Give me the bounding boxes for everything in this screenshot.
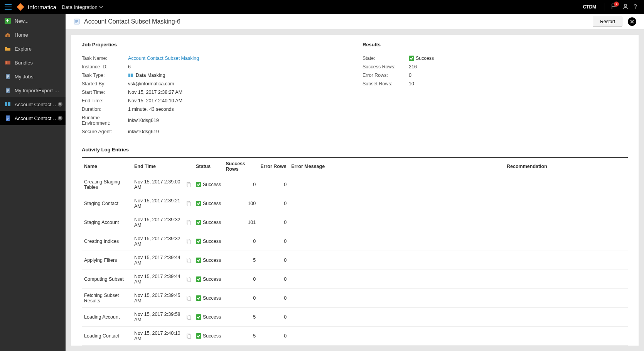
cell-recommendation	[504, 232, 628, 251]
page-title: Account Contact Subset Masking-6	[84, 18, 180, 25]
col-error-message: Error Message	[289, 158, 504, 175]
subset-rows-value: 10	[409, 81, 414, 86]
cell-status: Success	[194, 175, 223, 194]
cell-success-rows: 100	[223, 194, 258, 213]
sidebar-item-explore[interactable]: Explore	[0, 42, 66, 56]
cell-error-message	[289, 251, 504, 270]
log-download-icon[interactable]	[186, 295, 191, 301]
svg-rect-9	[5, 102, 7, 106]
notifications-button[interactable]: 7	[610, 3, 617, 11]
restart-button[interactable]: Restart	[593, 17, 622, 27]
table-row: Dropping Staging TablesNov 15, 2017 2:40…	[82, 346, 628, 346]
error-rows-value: 0	[409, 73, 411, 78]
svg-rect-16	[188, 183, 191, 187]
sidebar-item-label: Bundles	[15, 60, 61, 66]
sidebar-item-account-contact-su[interactable]: Account Contact Su...✕	[0, 97, 66, 111]
state-value: Success	[409, 56, 434, 61]
table-row: Creating Staging TablesNov 15, 2017 2:39…	[82, 175, 628, 194]
cell-name: Loading Contact	[82, 327, 132, 346]
user-icon	[622, 3, 629, 10]
success-check-icon	[196, 220, 201, 225]
subset-rows-label: Subset Rows:	[362, 81, 409, 86]
close-icon	[630, 20, 634, 24]
log-download-icon[interactable]	[186, 258, 191, 263]
task-name-link[interactable]: Account Contact Subset Masking	[128, 56, 199, 61]
topbar: Informatica Data Integration CTDM 7 ?	[0, 0, 644, 14]
sidebar-item-label: Explore	[15, 46, 61, 52]
bundle-icon	[5, 59, 11, 66]
cell-recommendation	[504, 251, 628, 270]
cell-error-rows: 0	[258, 327, 289, 346]
close-tab-icon[interactable]: ✕	[58, 116, 62, 120]
sidebar-item-my-import-export-logs[interactable]: My Import/Export Logs	[0, 83, 66, 97]
success-check-icon	[196, 314, 201, 320]
svg-rect-28	[188, 297, 191, 301]
cell-error-message	[289, 289, 504, 308]
cell-error-message	[289, 213, 504, 232]
cell-end-time: Nov 15, 2017 2:39:58 AM	[132, 308, 194, 327]
close-button[interactable]	[628, 17, 636, 26]
doc-icon	[5, 87, 11, 93]
activity-log-heading: Activity Log Entries	[82, 147, 628, 155]
help-button[interactable]: ?	[634, 3, 637, 10]
log-download-icon[interactable]	[186, 276, 191, 282]
content-area: Account Contact Subset Masking-6 Restart…	[66, 14, 644, 351]
separator	[605, 3, 605, 11]
cell-status: Success	[194, 213, 223, 232]
cell-success-rows: 5	[223, 327, 258, 346]
cell-end-time: Nov 15, 2017 2:39:45 AM	[132, 289, 194, 308]
table-row: Computing SubsetNov 15, 2017 2:39:44 AM …	[82, 270, 628, 289]
brand-label: Informatica	[28, 4, 56, 10]
cell-error-rows: 0	[258, 346, 289, 346]
plus-icon	[5, 18, 11, 24]
log-download-icon[interactable]	[186, 220, 191, 225]
svg-rect-26	[188, 278, 191, 282]
table-row: Applying FiltersNov 15, 2017 2:39:44 AM …	[82, 251, 628, 270]
home-icon	[5, 32, 11, 38]
cell-name: Dropping Staging Tables	[82, 346, 132, 346]
col-status: Status	[194, 158, 223, 175]
menu-icon[interactable]	[5, 4, 12, 10]
cell-error-message	[289, 175, 504, 194]
module-label: Data Integration	[62, 4, 98, 10]
cell-success-rows: 0	[223, 346, 258, 346]
error-rows-label: Error Rows:	[362, 73, 409, 78]
notification-badge: 7	[614, 2, 619, 7]
cell-end-time: Nov 15, 2017 2:39:32 AM	[132, 213, 194, 232]
cell-error-rows: 0	[258, 175, 289, 194]
log-download-icon[interactable]	[186, 201, 191, 206]
close-tab-icon[interactable]: ✕	[58, 102, 62, 107]
user-button[interactable]	[622, 3, 629, 11]
col-recommendation: Recommendation	[504, 158, 628, 175]
log-download-icon[interactable]	[186, 182, 191, 187]
cell-error-rows: 0	[258, 232, 289, 251]
sidebar-item-my-jobs[interactable]: My Jobs	[0, 70, 66, 83]
module-selector[interactable]: Data Integration	[62, 4, 103, 10]
secure-agent-label: Secure Agent:	[82, 129, 128, 134]
sidebar-item-label: Account Contact Su...	[15, 102, 61, 107]
svg-rect-18	[188, 202, 191, 206]
sidebar-item-new[interactable]: New...	[0, 14, 66, 28]
sidebar-item-account-contact-su[interactable]: Account Contact Su...✕	[0, 111, 66, 125]
svg-rect-24	[188, 259, 191, 263]
job-properties-heading: Job Properties	[82, 42, 347, 50]
log-download-icon[interactable]	[186, 314, 191, 320]
cell-status: Success	[194, 308, 223, 327]
cell-recommendation	[504, 327, 628, 346]
runtime-env-label: Runtime Environment:	[82, 115, 128, 126]
svg-rect-13	[128, 74, 130, 77]
sidebar-item-bundles[interactable]: Bundles	[0, 56, 66, 70]
cell-error-message	[289, 346, 504, 346]
log-download-icon[interactable]	[186, 239, 191, 244]
svg-rect-32	[188, 335, 191, 339]
activity-log-table: Name End Time Status Success Rows Error …	[82, 157, 628, 346]
sidebar-item-label: Account Contact Su...	[15, 115, 61, 121]
table-row: Loading ContactNov 15, 2017 2:40:10 AM S…	[82, 327, 628, 346]
log-download-icon[interactable]	[186, 333, 191, 339]
duration-value: 1 minute, 43 seconds	[128, 107, 174, 112]
task-type-value: Data Masking	[128, 73, 165, 78]
cell-name: Computing Subset	[82, 270, 132, 289]
task-name-label: Task Name:	[82, 56, 128, 61]
col-success-rows: Success Rows	[223, 158, 258, 175]
sidebar-item-home[interactable]: Home	[0, 28, 66, 42]
